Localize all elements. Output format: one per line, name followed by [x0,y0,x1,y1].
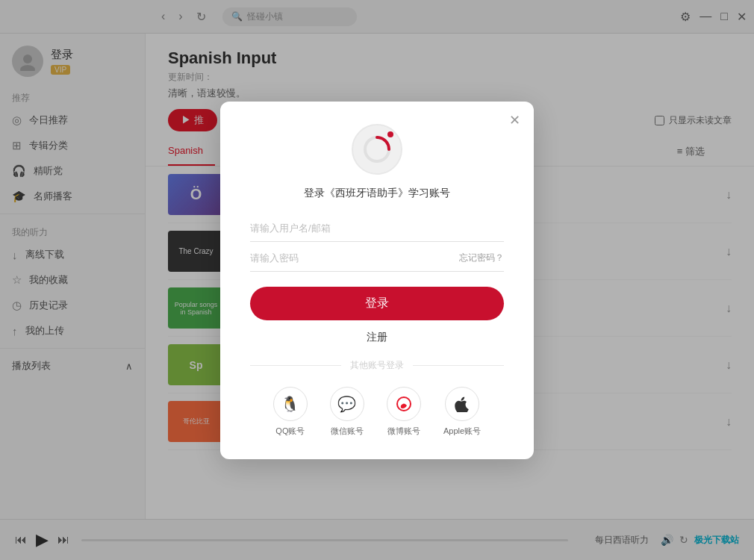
password-row: 忘记密码？ [250,245,504,272]
login-button[interactable]: 登录 [250,287,504,320]
qq-login[interactable]: 🐧 QQ账号 [273,387,308,437]
modal-divider: 其他账号登录 [250,359,504,372]
login-modal: ✕ 登录《西班牙语助手》学习账号 忘记密码？ 登录 注册 其他账号登录 🐧 [220,102,534,459]
apple-label: Apple账号 [443,426,481,437]
modal-logo [250,124,504,175]
apple-icon [445,387,479,421]
modal-close-button[interactable]: ✕ [509,112,520,128]
modal-overlay[interactable]: ✕ 登录《西班牙语助手》学习账号 忘记密码？ 登录 注册 其他账号登录 🐧 [0,0,754,560]
qq-icon: 🐧 [273,387,308,421]
modal-title: 登录《西班牙语助手》学习账号 [250,187,504,200]
username-input[interactable] [250,215,504,242]
weibo-label: 微博账号 [387,426,420,437]
qq-label: QQ账号 [275,426,305,437]
forgot-password-link[interactable]: 忘记密码？ [459,252,504,264]
apple-login[interactable]: Apple账号 [443,387,481,437]
register-link[interactable]: 注册 [250,331,504,344]
wechat-label: 微信账号 [331,426,364,437]
password-input[interactable] [250,245,459,271]
weibo-login[interactable]: 微博账号 [387,387,421,437]
wechat-icon: 💬 [330,387,364,421]
social-login: 🐧 QQ账号 💬 微信账号 微博账号 [250,387,504,437]
wechat-login[interactable]: 💬 微信账号 [330,387,364,437]
app-logo-icon [362,134,392,164]
weibo-icon [387,387,421,421]
